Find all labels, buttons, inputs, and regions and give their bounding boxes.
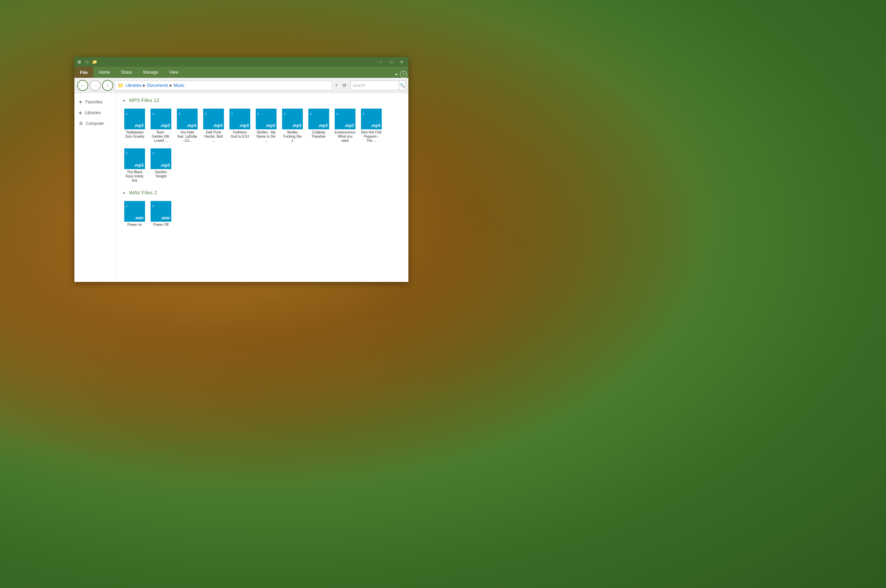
wav-file-grid: ♪.wavPower on♪.wavPower Off [122, 200, 403, 228]
music-note-icon: ♪ [126, 150, 128, 156]
file-icon: ♪.mp3 [203, 109, 224, 129]
file-extension-label: .mp3 [265, 123, 275, 128]
file-item[interactable]: ♪.mp3Vox Halo feat. LaDolla - Cri... [176, 107, 199, 144]
ribbon-tabs: File Home Share Manage View ▼ ? [74, 67, 408, 78]
file-icon: ♪.mp3 [308, 109, 329, 129]
up-button[interactable]: ↑ [102, 80, 113, 91]
file-icon: ♪.mp3 [150, 109, 171, 129]
file-item[interactable]: ♪.mp3Skrillex Fucking Die 1 [281, 107, 304, 144]
file-item[interactable]: ♪.wavPower Off [149, 200, 173, 228]
file-icon: ♪.mp3 [150, 148, 171, 169]
file-label: The Black Keys lonely boy [124, 170, 145, 183]
computer-icon: 🖥 [78, 121, 83, 126]
music-note-icon: ♪ [336, 111, 338, 116]
wav-collapse-button[interactable]: ▲ [122, 190, 126, 195]
file-extension-label: .mp3 [134, 123, 144, 128]
file-icon: ♪.wav [150, 201, 171, 222]
ribbon-dropdown-icon[interactable]: ▼ [394, 73, 398, 76]
file-item[interactable]: ♪.mp3The Black Keys lonely boy [123, 147, 146, 184]
file-label: Red Hot Chili Peppers - The ... [361, 130, 382, 143]
back-button[interactable]: ← [77, 80, 88, 91]
tab-share[interactable]: Share [115, 67, 137, 78]
breadcrumb-libraries[interactable]: Libraries [126, 83, 141, 88]
file-icon: ♪.mp3 [335, 109, 355, 129]
sidebar: ★ Favorites ◈ Libraries 🖥 Computer [74, 93, 116, 282]
file-item[interactable]: ♪.mp3Coldplay Paradise [307, 107, 331, 144]
mp3-collapse-button[interactable]: ▲ [122, 98, 126, 103]
tab-home[interactable]: Home [93, 67, 115, 78]
file-item[interactable]: ♪.mp3Red Hot Chili Peppers - The ... [360, 107, 383, 144]
file-label: Faithless God Is A DJ [229, 130, 250, 139]
minimize-button[interactable]: ─ [376, 58, 385, 65]
breadcrumb-documents[interactable]: Documents [147, 83, 168, 88]
maximize-button[interactable]: □ [386, 58, 396, 65]
file-label: Coldplay Paradise [308, 130, 329, 139]
sidebar-item-computer-label: Computer [86, 121, 104, 126]
close-button[interactable]: ✕ [397, 58, 406, 65]
help-button[interactable]: ? [400, 71, 407, 78]
sidebar-item-favorites-label: Favorites [86, 100, 102, 105]
tab-view[interactable]: View [164, 67, 184, 78]
file-item[interactable]: ♪.mp3Faithless God Is A DJ [228, 107, 251, 144]
title-bar: ⊞ □ 📁 ─ □ ✕ [74, 57, 408, 67]
mp3-file-grid: ♪.mp3Teddybears Zero Gravity♪.mp3Teed - … [122, 107, 403, 184]
file-icon: ♪.mp3 [361, 109, 382, 129]
file-item[interactable]: ♪.wavPower on [123, 200, 146, 228]
libraries-icon: ◈ [78, 110, 82, 115]
tab-manage[interactable]: Manage [137, 67, 163, 78]
file-icon: ♪.mp3 [229, 109, 250, 129]
file-icon: ♪.mp3 [177, 109, 198, 129]
wav-section-header: ▲ WAV Files 2 [122, 189, 403, 195]
breadcrumb-dropdown-icon[interactable]: ▼ [334, 82, 339, 88]
breadcrumb-folder-icon: 📁 [118, 82, 123, 88]
music-note-icon: ♪ [283, 111, 286, 116]
file-item[interactable]: ♪.mp3Teddybears Zero Gravity [123, 107, 146, 144]
folder-icon: 📁 [92, 59, 97, 64]
forward-button[interactable]: → [90, 80, 101, 91]
music-note-icon: ♪ [231, 111, 233, 116]
refresh-button[interactable]: ⟳ [341, 81, 349, 90]
wav-section-title: WAV Files 2 [129, 189, 157, 195]
file-item[interactable]: ♪.mp3Daft Punk Harder, Bett ... [202, 107, 225, 144]
file-label: Evanescence What you want [335, 130, 355, 143]
content-area: ▲ MP3 Files 12 ♪.mp3Teddybears Zero Grav… [116, 93, 408, 282]
file-label: Skrillex Fucking Die 1 [282, 130, 303, 143]
file-explorer-window: ⊞ □ 📁 ─ □ ✕ File Home Share Manage View … [74, 57, 408, 282]
file-icon: ♪.wav [124, 201, 145, 222]
sidebar-item-libraries[interactable]: ◈ Libraries [74, 108, 116, 117]
navigation-bar: ← → ↑ 📁 Libraries ▶ Documents ▶ Music ▼ … [74, 78, 408, 93]
sidebar-item-favorites[interactable]: ★ Favorites [74, 97, 116, 106]
file-extension-label: .mp3 [239, 123, 249, 128]
file-item[interactable]: ♪.mp3Skrillex - My Name Is Skr ... [254, 107, 278, 144]
file-extension-label: .mp3 [292, 123, 301, 128]
file-label: Teed - Garden (Mr. Lowell ... [150, 130, 171, 143]
favorites-icon: ★ [78, 99, 83, 105]
windows-logo-icon: ⊞ [77, 59, 82, 64]
music-note-icon: ♪ [257, 111, 260, 116]
breadcrumb-sep-2: ▶ [170, 83, 172, 87]
music-note-icon: ♪ [363, 111, 365, 116]
file-label: Power on [127, 223, 142, 227]
file-extension-label: .mp3 [318, 123, 328, 128]
breadcrumb-music[interactable]: Music [174, 83, 185, 88]
ribbon-right: ▼ ? [394, 71, 408, 78]
mp3-section-title: MP3 Files 12 [129, 97, 159, 103]
title-bar-left: ⊞ □ 📁 [77, 59, 97, 64]
sidebar-item-computer[interactable]: 🖥 Computer [74, 118, 116, 128]
file-item[interactable]: ♪.mp3Seether Tonight [149, 147, 173, 184]
file-extension-label: .mp3 [160, 123, 170, 128]
breadcrumb: 📁 Libraries ▶ Documents ▶ Music [114, 81, 332, 90]
file-label: Teddybears Zero Gravity [124, 130, 145, 139]
search-input[interactable] [350, 81, 399, 90]
file-label: Daft Punk Harder, Bett ... [203, 130, 224, 143]
search-box: 🔍 [350, 81, 406, 90]
music-note-icon: ♪ [152, 203, 154, 208]
file-extension-label: .mp3 [160, 163, 170, 168]
file-extension-label: .mp3 [371, 123, 381, 128]
file-item[interactable]: ♪.mp3Evanescence What you want [333, 107, 357, 144]
tab-file[interactable]: File [74, 67, 93, 78]
file-item[interactable]: ♪.mp3Teed - Garden (Mr. Lowell ... [149, 107, 173, 144]
file-extension-label: .mp3 [187, 123, 196, 128]
window-icon: □ [84, 59, 90, 64]
search-button[interactable]: 🔍 [399, 81, 405, 90]
